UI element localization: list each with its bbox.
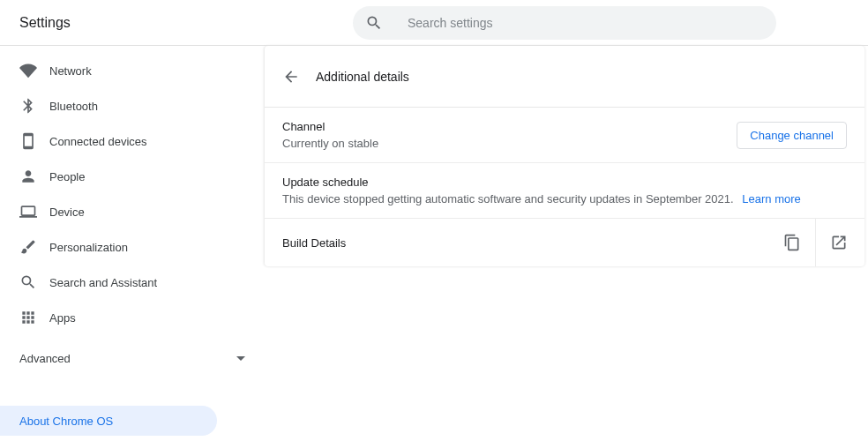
- sidebar-item-label: Network: [49, 64, 92, 78]
- sidebar-about-chrome-os[interactable]: About Chrome OS: [0, 406, 217, 436]
- sidebar-item-people[interactable]: People: [0, 159, 265, 194]
- update-subtitle-text: This device stopped getting automatic so…: [282, 192, 734, 206]
- update-schedule-row: Update schedule This device stopped gett…: [265, 163, 864, 219]
- bluetooth-icon: [19, 97, 37, 115]
- sidebar-item-label: Bluetooth: [49, 100, 98, 113]
- search-icon: [19, 273, 37, 291]
- sidebar-item-label: Personalization: [49, 241, 128, 254]
- sidebar-item-network[interactable]: Network: [0, 53, 265, 88]
- sidebar-item-apps[interactable]: Apps: [0, 300, 265, 335]
- sidebar-item-connected-devices[interactable]: Connected devices: [0, 123, 265, 159]
- sidebar-item-label: Apps: [49, 311, 76, 325]
- sidebar-item-bluetooth[interactable]: Bluetooth: [0, 88, 265, 123]
- laptop-icon: [19, 203, 37, 220]
- sidebar: Network Bluetooth Connected devices Peop…: [0, 46, 265, 441]
- change-channel-button[interactable]: Change channel: [737, 122, 847, 149]
- advanced-label: Advanced: [19, 352, 71, 365]
- devices-icon: [19, 132, 37, 150]
- sidebar-advanced-toggle[interactable]: Advanced: [0, 340, 265, 376]
- build-details-title: Build Details: [282, 236, 346, 250]
- search-box[interactable]: [353, 6, 776, 40]
- brush-icon: [19, 238, 37, 256]
- app-title: Settings: [0, 15, 71, 31]
- chevron-down-icon: [236, 356, 245, 361]
- sidebar-item-label: Connected devices: [49, 135, 147, 148]
- learn-more-link[interactable]: Learn more: [742, 192, 800, 206]
- copy-button[interactable]: [769, 219, 815, 266]
- about-label: About Chrome OS: [19, 415, 113, 428]
- arrow-back-icon: [282, 68, 300, 86]
- channel-row: Channel Currently on stable Change chann…: [265, 108, 864, 163]
- settings-card: Additional details Channel Currently on …: [265, 46, 864, 266]
- sidebar-item-search-assistant[interactable]: Search and Assistant: [0, 265, 265, 300]
- main-content: Additional details Channel Currently on …: [265, 46, 868, 441]
- back-button[interactable]: [282, 68, 300, 86]
- open-external-button[interactable]: [815, 219, 861, 266]
- person-icon: [19, 168, 37, 185]
- page-title: Additional details: [316, 70, 409, 84]
- open-in-new-icon: [830, 234, 848, 251]
- sidebar-item-label: Search and Assistant: [49, 276, 157, 289]
- search-icon: [365, 14, 383, 32]
- apps-icon: [19, 309, 37, 326]
- wifi-icon: [19, 62, 37, 79]
- build-actions: [769, 219, 861, 266]
- sidebar-item-label: People: [49, 170, 85, 183]
- update-subtitle: This device stopped getting automatic so…: [282, 192, 847, 206]
- app-header: Settings: [0, 0, 868, 46]
- sidebar-item-label: Device: [49, 206, 85, 219]
- search-input[interactable]: [408, 16, 764, 30]
- sidebar-item-personalization[interactable]: Personalization: [0, 229, 265, 265]
- build-details-row[interactable]: Build Details: [265, 219, 864, 266]
- card-header: Additional details: [265, 46, 864, 108]
- channel-subtitle: Currently on stable: [282, 137, 378, 150]
- channel-title: Channel: [282, 120, 378, 133]
- sidebar-item-device[interactable]: Device: [0, 194, 265, 229]
- update-title: Update schedule: [282, 176, 847, 189]
- copy-icon: [783, 234, 801, 251]
